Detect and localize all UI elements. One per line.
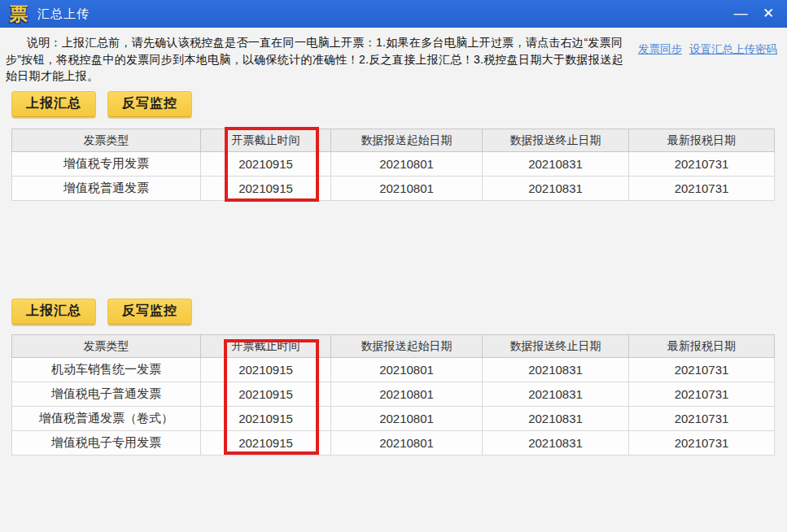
title-bar: 票 汇总上传 — ✕: [0, 0, 787, 28]
cell: 20210731: [629, 177, 775, 201]
table-row: 增值税普通发票 20210915 20210801 20210831 20210…: [12, 177, 775, 201]
cell: 20210731: [629, 358, 775, 382]
col-invoice-type: 发票类型: [12, 129, 201, 152]
highlight-box-deadline-table2: [224, 339, 319, 455]
invoice-table-2: 发票类型 开票截止时间 数据报送起始日期 数据报送终止日期 最新报税日期 机动车…: [11, 334, 775, 456]
cell: 增值税普通发票: [12, 177, 201, 201]
col-report-end-date: 数据报送终止日期: [483, 335, 629, 358]
cell: 20210801: [331, 177, 483, 201]
cell: 20210831: [483, 152, 629, 177]
cell: 20210831: [483, 177, 629, 201]
button-row-2: 上报汇总 反写监控: [11, 299, 192, 325]
col-latest-tax-date: 最新报税日期: [629, 335, 775, 358]
col-latest-tax-date: 最新报税日期: [629, 129, 775, 152]
cell: 20210731: [629, 407, 775, 431]
cell: 增值税电子普通发票: [12, 382, 201, 407]
table2-header-row: 发票类型 开票截止时间 数据报送起始日期 数据报送终止日期 最新报税日期: [12, 335, 775, 358]
cell: 机动车销售统一发票: [12, 358, 201, 382]
table-row: 增值税专用发票 20210915 20210801 20210831 20210…: [12, 152, 775, 177]
cell: 20210831: [483, 431, 629, 456]
writeback-monitor-button-1[interactable]: 反写监控: [107, 91, 192, 117]
set-upload-password-link[interactable]: 设置汇总上传密码: [689, 42, 777, 57]
window-controls: — ✕: [730, 4, 779, 24]
cell: 20210731: [629, 382, 775, 407]
col-invoice-type: 发票类型: [12, 335, 201, 358]
link-group: 发票同步 设置汇总上传密码: [638, 42, 777, 57]
notice-text: 说明：上报汇总前，请先确认该税控盘是否一直在同一电脑上开票：1.如果在多台电脑上…: [6, 34, 627, 85]
invoice-table-1: 发票类型 开票截止时间 数据报送起始日期 数据报送终止日期 最新报税日期 增值税…: [11, 129, 775, 201]
writeback-monitor-button-2[interactable]: 反写监控: [107, 299, 192, 325]
col-report-start-date: 数据报送起始日期: [331, 335, 483, 358]
report-summary-button-2[interactable]: 上报汇总: [11, 299, 96, 325]
button-row-1: 上报汇总 反写监控: [11, 91, 192, 117]
cell: 20210831: [483, 358, 629, 382]
table-row: 机动车销售统一发票 20210915 20210801 20210831 202…: [12, 358, 775, 382]
cell: 20210731: [629, 152, 775, 177]
table-row: 增值税普通发票（卷式） 20210915 20210801 20210831 2…: [12, 407, 775, 431]
cell: 增值税普通发票（卷式）: [12, 407, 201, 431]
col-report-start-date: 数据报送起始日期: [331, 129, 483, 152]
window-title: 汇总上传: [37, 7, 90, 22]
report-summary-button-1[interactable]: 上报汇总: [11, 91, 96, 117]
app-logo-icon: 票: [8, 3, 29, 24]
cell: 20210801: [331, 358, 483, 382]
cell: 增值税专用发票: [12, 152, 201, 177]
minimize-button[interactable]: —: [730, 4, 751, 24]
cell: 20210831: [483, 382, 629, 407]
highlight-box-deadline-table1: [225, 127, 319, 202]
invoice-sync-link[interactable]: 发票同步: [638, 42, 682, 57]
table-row: 增值税电子普通发票 20210915 20210801 20210831 202…: [12, 382, 775, 407]
cell: 20210801: [331, 152, 483, 177]
table1-header-row: 发票类型 开票截止时间 数据报送起始日期 数据报送终止日期 最新报税日期: [12, 129, 775, 152]
table-row: 增值税电子专用发票 20210915 20210801 20210831 202…: [12, 431, 775, 456]
cell: 20210801: [331, 407, 483, 431]
close-button[interactable]: ✕: [758, 4, 779, 24]
cell: 20210801: [331, 382, 483, 407]
col-report-end-date: 数据报送终止日期: [483, 129, 629, 152]
cell: 20210731: [629, 431, 775, 456]
cell: 20210831: [483, 407, 629, 431]
cell: 增值税电子专用发票: [12, 431, 201, 456]
cell: 20210801: [331, 431, 483, 456]
